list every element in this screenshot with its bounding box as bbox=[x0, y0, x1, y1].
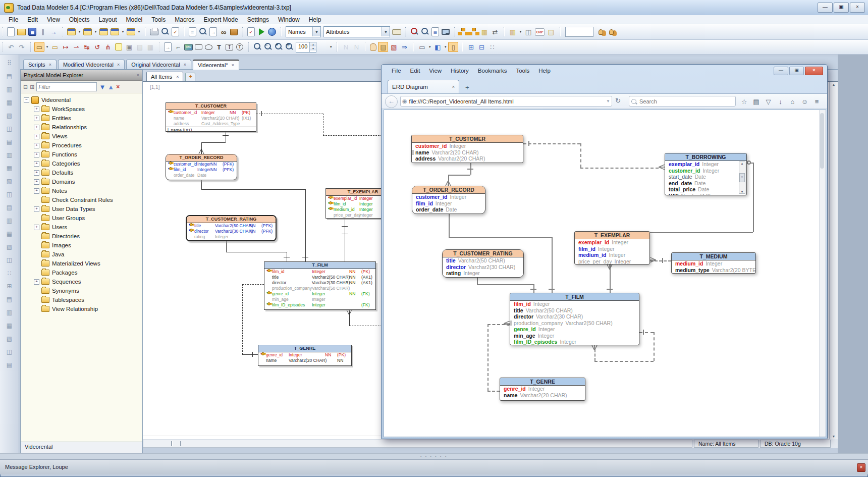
close-model-window-dropdown-icon[interactable]: ▾ bbox=[137, 30, 141, 34]
color-scheme-select-icon[interactable]: ◧ bbox=[432, 42, 443, 52]
bookmark-star-icon[interactable]: ☆ bbox=[739, 96, 749, 107]
virtual-keyboard-icon[interactable] bbox=[392, 29, 401, 35]
tree-item-user-groups[interactable]: User Groups bbox=[21, 214, 142, 223]
elbow-line-tool-icon[interactable]: ⌐ bbox=[173, 42, 183, 52]
circled-text-tool-icon[interactable]: T bbox=[236, 43, 243, 50]
copy-model-icon[interactable]: ≡ bbox=[189, 27, 196, 36]
tree-expander-icon[interactable]: + bbox=[34, 152, 39, 157]
save-file-icon[interactable] bbox=[28, 28, 36, 36]
verify-model-icon[interactable]: ✓ bbox=[247, 27, 255, 36]
new-file-icon[interactable] bbox=[7, 27, 15, 36]
format-brush-icon[interactable]: ▤ bbox=[4, 70, 16, 83]
menu-edit[interactable]: Edit bbox=[23, 16, 42, 23]
model-merge-icon[interactable]: ▦ bbox=[508, 27, 518, 37]
tree-item-directories[interactable]: Directories bbox=[21, 232, 142, 241]
entity-icon[interactable]: ▥ bbox=[4, 83, 16, 96]
tree-expander-icon[interactable]: + bbox=[34, 170, 39, 176]
convert-model-icon[interactable]: ⇄ bbox=[490, 27, 500, 37]
identifying-relationship-tool-icon[interactable]: ↦ bbox=[61, 42, 71, 52]
splitter-grip[interactable] bbox=[171, 441, 181, 446]
compare-models-icon[interactable]: ◫ bbox=[523, 27, 533, 37]
shortcut-tool-icon[interactable]: ▤ bbox=[135, 42, 145, 52]
menu-hamburger-icon[interactable]: ≡ bbox=[811, 96, 822, 107]
open-file-icon[interactable] bbox=[17, 29, 26, 35]
filter-input[interactable] bbox=[36, 82, 97, 91]
tree-item-relationships[interactable]: +Relationships bbox=[21, 123, 142, 132]
ellipse-tool-icon[interactable] bbox=[205, 44, 212, 50]
search-input[interactable] bbox=[638, 98, 733, 105]
tree-item-users[interactable]: +Users bbox=[21, 223, 142, 232]
export-model-icon[interactable]: → bbox=[48, 27, 59, 37]
tab-all-items[interactable]: All Items × bbox=[146, 72, 183, 81]
browser-menu-help[interactable]: Help bbox=[534, 67, 555, 74]
distribute-objects-icon[interactable]: ⊟ bbox=[476, 42, 486, 52]
doc-tab-videorental[interactable]: Videorental*× bbox=[193, 60, 239, 70]
boxed-text-tool-icon[interactable]: T bbox=[226, 44, 233, 50]
canvas-vertical-scrollbar[interactable]: ▲▼ bbox=[829, 82, 838, 439]
notes-edit-icon[interactable]: N bbox=[351, 42, 361, 52]
doc-tab-original-videorental[interactable]: Original Videorental× bbox=[126, 60, 191, 69]
attributes-combo[interactable]: Attributes▼ bbox=[323, 26, 390, 37]
tree-expander-icon[interactable]: + bbox=[34, 125, 39, 130]
tree-expander-icon[interactable]: + bbox=[34, 179, 39, 185]
tree-expander-icon[interactable]: + bbox=[34, 116, 39, 121]
find-objects-icon[interactable]: ∞ bbox=[219, 27, 229, 37]
menu-layout[interactable]: Layout bbox=[94, 16, 122, 23]
add-model-window-dropdown-icon[interactable]: ▾ bbox=[121, 30, 125, 34]
collapse-all-icon[interactable]: ⊟ bbox=[23, 84, 28, 90]
html-report-icon[interactable]: ≣ bbox=[431, 27, 439, 36]
menu-expert-mode[interactable]: Expert Mode bbox=[199, 16, 243, 23]
canvas-entity-t-film[interactable]: T_FILMfilm_idIntegerNN(PK)titleVarchar2(… bbox=[264, 261, 376, 310]
browser-menu-file[interactable]: File bbox=[388, 67, 405, 74]
tree-item-images[interactable]: Images bbox=[21, 241, 142, 250]
url-bar[interactable]: ◉ file:///C:/Report_Videorental_All Item… bbox=[400, 96, 612, 107]
zoom-level-spinner[interactable]: ▲▼ bbox=[309, 42, 316, 52]
text-tool-icon[interactable]: T bbox=[214, 42, 224, 52]
redo-icon[interactable]: ↷ bbox=[17, 42, 27, 52]
package-explorer-icon[interactable] bbox=[230, 29, 238, 35]
view-icon[interactable]: ▦ bbox=[4, 162, 16, 175]
align-objects-icon[interactable]: ⊞ bbox=[466, 42, 476, 52]
menu-objects[interactable]: Objects bbox=[65, 16, 94, 23]
doc-tab-close-icon[interactable]: × bbox=[49, 62, 51, 67]
save-model-as-icon[interactable] bbox=[99, 28, 108, 35]
tree-item-entities[interactable]: +Entities bbox=[21, 114, 142, 123]
procedure-icon[interactable]: ▧ bbox=[4, 175, 16, 188]
browser-close-button[interactable]: × bbox=[805, 67, 823, 75]
browser-menu-edit[interactable]: Edit bbox=[406, 67, 424, 74]
tree-item-categories[interactable]: +Categories bbox=[21, 159, 142, 168]
pocket-icon[interactable]: ▽ bbox=[763, 96, 774, 107]
open-model-icon[interactable] bbox=[83, 28, 92, 35]
browser-tab-erd-diagram[interactable]: ERD Diagram × bbox=[388, 80, 459, 93]
search-box[interactable] bbox=[629, 96, 736, 107]
tab-close-icon[interactable]: × bbox=[176, 74, 179, 79]
canvas-entity-t-customer-rating[interactable]: T_CUSTOMER_RATINGtitleVarchar2(50 CHAR)N… bbox=[186, 215, 277, 241]
undo-icon[interactable]: ↶ bbox=[6, 42, 16, 52]
tree-item-materialized-views[interactable]: Materialized Views bbox=[21, 259, 142, 268]
image-icon[interactable]: ▧ bbox=[4, 240, 16, 253]
image-tool-icon[interactable]: IMG bbox=[184, 44, 193, 50]
tree-item-packages[interactable]: Packages bbox=[21, 268, 142, 277]
tree-item-procedures[interactable]: +Procedures bbox=[21, 141, 142, 150]
category-tool-icon[interactable]: ▦ bbox=[145, 42, 155, 52]
tree-item-view-relationship[interactable]: View Relationship bbox=[21, 304, 142, 313]
attributes-combo-dropdown-icon[interactable]: ▼ bbox=[382, 27, 390, 36]
browser-menu-tools[interactable]: Tools bbox=[512, 67, 533, 74]
tree-expander-icon[interactable]: + bbox=[34, 279, 39, 285]
inheritance-tool-icon[interactable]: ⋔ bbox=[103, 42, 113, 52]
menu-tools[interactable]: Tools bbox=[147, 16, 170, 23]
maximize-button[interactable]: ▣ bbox=[834, 3, 849, 13]
tree-expander-icon[interactable]: + bbox=[34, 134, 39, 139]
browser-menu-history[interactable]: History bbox=[447, 67, 473, 74]
menu-help[interactable]: Help bbox=[304, 16, 326, 23]
run-script-icon[interactable] bbox=[256, 27, 266, 37]
url-dropdown-icon[interactable]: ▼ bbox=[606, 99, 610, 103]
palette-grip-icon[interactable]: ⠿ bbox=[4, 57, 16, 70]
report-wizard-icon[interactable]: ✓ bbox=[172, 27, 179, 36]
domain-icon[interactable]: ▤ bbox=[4, 201, 16, 214]
report-icon[interactable]: ▧ bbox=[4, 332, 16, 345]
canvas-entity-t-customer[interactable]: T_CUSTOMERcustomer_idIntegerNN(PK)nameVa… bbox=[166, 102, 256, 132]
index-icon[interactable]: ▤ bbox=[4, 135, 16, 148]
tree-item-defaults[interactable]: +Defaults bbox=[21, 168, 142, 177]
back-button[interactable]: ← bbox=[385, 95, 398, 108]
